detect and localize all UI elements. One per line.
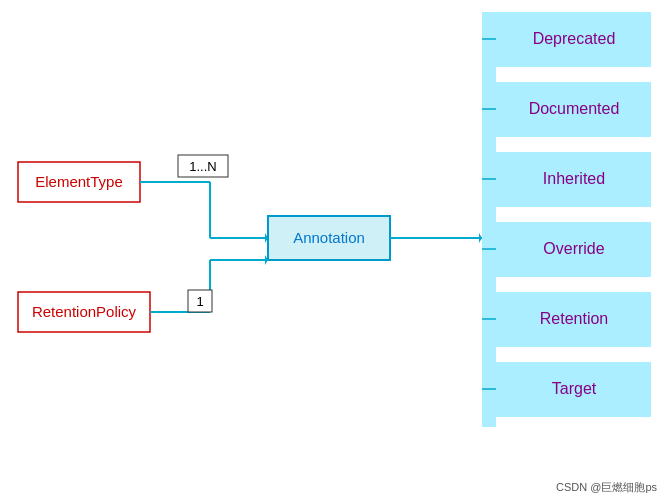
svg-text:1: 1	[196, 294, 203, 309]
diagram-svg: Deprecated Documented Inherited Override…	[0, 0, 665, 503]
svg-text:Documented: Documented	[529, 100, 620, 117]
svg-text:Inherited: Inherited	[543, 170, 605, 187]
watermark: CSDN @巨燃细胞ps	[556, 480, 657, 495]
svg-rect-0	[482, 12, 496, 427]
svg-rect-40	[496, 67, 651, 82]
svg-text:Retention: Retention	[540, 310, 609, 327]
svg-rect-41	[496, 137, 651, 152]
svg-text:Annotation: Annotation	[293, 229, 365, 246]
diagram-container: Deprecated Documented Inherited Override…	[0, 0, 665, 503]
svg-text:RetentionPolicy: RetentionPolicy	[32, 303, 137, 320]
svg-rect-45	[496, 417, 651, 432]
svg-rect-43	[496, 277, 651, 292]
svg-text:Override: Override	[543, 240, 604, 257]
svg-rect-44	[496, 347, 651, 362]
svg-text:Target: Target	[552, 380, 597, 397]
svg-text:1...N: 1...N	[189, 159, 216, 174]
svg-text:Deprecated: Deprecated	[533, 30, 616, 47]
svg-marker-32	[479, 233, 482, 243]
svg-text:ElementType: ElementType	[35, 173, 123, 190]
svg-rect-42	[496, 207, 651, 222]
